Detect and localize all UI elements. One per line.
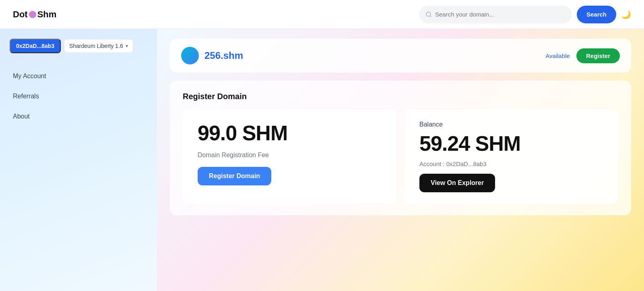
balance-label: Balance — [419, 121, 603, 128]
view-on-explorer-button[interactable]: View On Explorer — [419, 174, 495, 192]
network-name-label: Shardeum Liberty 1.6 — [69, 43, 123, 49]
balance-amount: 59.24 SHM — [419, 131, 603, 156]
fee-amount: 99.0 SHM — [198, 121, 382, 145]
register-domain-button[interactable]: Register Domain — [198, 167, 271, 185]
dark-mode-button[interactable]: 🌙 — [621, 10, 631, 19]
balance-panel: Balance 59.24 SHM Account : 0x2DaD...8ab… — [405, 109, 618, 204]
account-label: Account : 0x2DaD...8ab3 — [419, 160, 603, 167]
domain-header-card: 256.shm Available Register — [170, 39, 631, 73]
header-right: Search 🌙 — [419, 6, 631, 23]
availability-status: Available — [545, 52, 570, 59]
svg-line-1 — [430, 16, 431, 17]
sidebar-nav: My Account Referrals About — [10, 66, 147, 127]
wallet-row: 0x2DaD...8ab3 Shardeum Liberty 1.6 ▾ — [10, 39, 147, 53]
register-header-button[interactable]: Register — [576, 48, 620, 63]
main-layout: 0x2DaD...8ab3 Shardeum Liberty 1.6 ▾ My … — [0, 29, 644, 291]
chevron-down-icon: ▾ — [126, 43, 128, 49]
register-domain-card: Register Domain 99.0 SHM Domain Registra… — [170, 81, 631, 215]
logo-dot-icon — [29, 11, 36, 18]
search-bar — [419, 6, 572, 23]
register-domain-title: Register Domain — [183, 92, 618, 101]
sidebar-item-my-account[interactable]: My Account — [10, 66, 147, 86]
domain-avatar-icon — [181, 47, 199, 64]
search-input[interactable] — [435, 11, 566, 18]
domain-header-right: Available Register — [545, 48, 620, 63]
network-selector[interactable]: Shardeum Liberty 1.6 ▾ — [64, 39, 133, 53]
sidebar: 0x2DaD...8ab3 Shardeum Liberty 1.6 ▾ My … — [0, 29, 157, 291]
sidebar-item-referrals[interactable]: Referrals — [10, 86, 147, 106]
wallet-address-button[interactable]: 0x2DaD...8ab3 — [10, 39, 61, 53]
logo-text-after: Shm — [37, 9, 57, 20]
fee-panel: 99.0 SHM Domain Registration Fee Registe… — [183, 109, 396, 204]
domain-title-row: 256.shm — [181, 47, 243, 64]
sidebar-item-about[interactable]: About — [10, 106, 147, 127]
search-button[interactable]: Search — [577, 6, 616, 23]
domain-name: 256.shm — [204, 50, 243, 61]
svg-point-0 — [426, 12, 431, 17]
search-icon — [425, 11, 432, 18]
content-area: 256.shm Available Register Register Doma… — [157, 29, 644, 291]
header: Dot Shm Search 🌙 — [0, 0, 644, 29]
fee-label: Domain Registration Fee — [198, 152, 382, 159]
register-panels: 99.0 SHM Domain Registration Fee Registe… — [183, 109, 618, 204]
logo: Dot Shm — [13, 9, 56, 20]
logo-text-before: Dot — [13, 9, 28, 20]
